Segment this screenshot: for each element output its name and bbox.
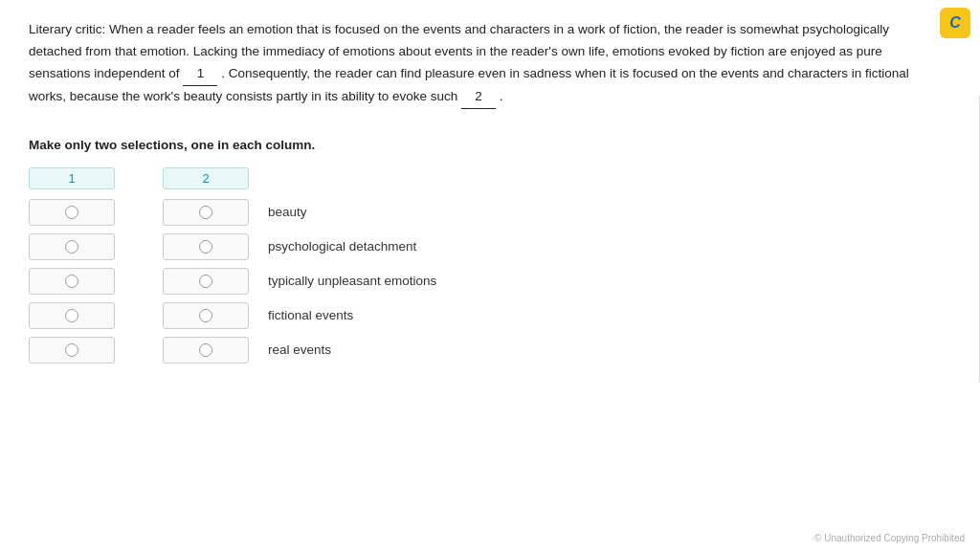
blank-2: 2	[461, 86, 496, 109]
option-label-typically-unpleasant: typically unpleasant emotions	[268, 274, 436, 288]
app-logo: C	[940, 8, 970, 38]
passage-after-blank2: .	[500, 89, 503, 103]
answer-row-fictional-events: fictional events	[29, 302, 909, 329]
answer-row-typically-unpleasant: typically unpleasant emotions	[29, 268, 909, 295]
column-2-header: 2	[163, 167, 249, 189]
radio-col2-psychological-detachment[interactable]	[163, 233, 249, 260]
option-label-fictional-events: fictional events	[268, 308, 353, 322]
instructions-text: Make only two selections, one in each co…	[29, 138, 909, 152]
radio-col2-typically-unpleasant[interactable]	[163, 268, 249, 295]
radio-circle	[65, 240, 78, 253]
radio-circle	[199, 275, 212, 288]
radio-circle	[65, 275, 78, 288]
radio-col1-psychological-detachment[interactable]	[29, 233, 115, 260]
option-label-beauty: beauty	[268, 205, 307, 219]
radio-circle	[65, 206, 78, 219]
column-1-header: 1	[29, 167, 115, 189]
logo-icon: C	[940, 8, 970, 38]
radio-col2-real-events[interactable]	[163, 337, 249, 364]
radio-circle	[65, 343, 78, 357]
passage-text: Literary critic: When a reader feels an …	[29, 19, 909, 109]
radio-circle	[199, 309, 212, 322]
answer-rows: beauty psychological detachment typicall…	[29, 199, 909, 371]
answer-row-real-events: real events	[29, 337, 909, 364]
answer-row-beauty: beauty	[29, 199, 909, 226]
option-label-psychological-detachment: psychological detachment	[268, 239, 416, 253]
radio-col1-real-events[interactable]	[29, 337, 115, 364]
radio-circle	[65, 309, 78, 322]
radio-circle	[199, 240, 212, 253]
radio-col2-beauty[interactable]	[163, 199, 249, 226]
answer-row-psychological-detachment: psychological detachment	[29, 233, 909, 260]
copyright-text: © Unauthorized Copying Prohibited	[814, 533, 965, 543]
radio-circle	[199, 343, 212, 357]
blank-1: 1	[183, 63, 217, 86]
radio-col1-fictional-events[interactable]	[29, 302, 115, 329]
radio-col1-typically-unpleasant[interactable]	[29, 268, 115, 295]
radio-col2-fictional-events[interactable]	[163, 302, 249, 329]
option-label-real-events: real events	[268, 342, 331, 357]
column-headers: 1 2	[29, 167, 909, 189]
radio-col1-beauty[interactable]	[29, 199, 115, 226]
radio-circle	[199, 206, 212, 219]
